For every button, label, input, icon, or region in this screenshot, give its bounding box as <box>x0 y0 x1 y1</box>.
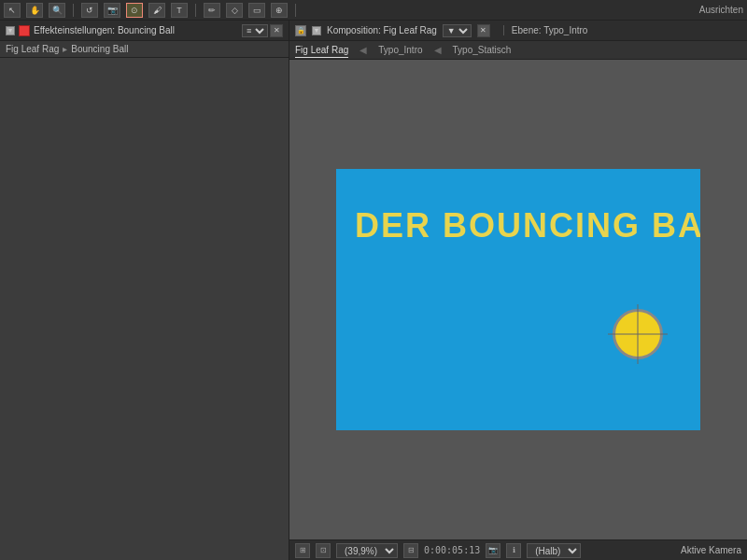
zoom-tool[interactable]: 🔍 <box>49 3 65 18</box>
comp-lock-icon: 🔒 <box>295 25 306 36</box>
sep1 <box>73 4 74 17</box>
effects-panel-title: Effekteinstellungen: Bouncing Ball <box>34 25 175 35</box>
puppet-tool[interactable]: ⊕ <box>271 3 288 18</box>
align-label: Ausrichten <box>699 5 743 15</box>
camera-tool[interactable]: 📷 <box>104 3 120 18</box>
mask-tool[interactable]: ◇ <box>226 3 243 18</box>
tab-fig-leaf-rag[interactable]: Fig Leaf Rag <box>295 43 348 58</box>
tab-typo-statisch[interactable]: Typo_Statisch <box>453 43 512 57</box>
paint-tool[interactable]: 🖌 <box>148 3 165 18</box>
tab-sep1: ◀ <box>359 45 367 55</box>
toolbar-right: Ausrichten <box>699 5 743 15</box>
breadcrumb-child: Bouncing Ball <box>71 44 128 54</box>
zoom-select[interactable]: (39,9%) <box>336 543 398 558</box>
top-toolbar: ↖ ✋ 🔍 ↺ 📷 ⊙ 🖌 T ✏ ◇ ▭ ⊕ Ausrichten <box>0 0 747 21</box>
comp-select[interactable]: ▼ <box>443 24 472 37</box>
comp-panel-title: Komposition: Fig Leaf Rag <box>327 25 437 35</box>
effects-panel: ▼ Effekteinstellungen: Bouncing Ball ≡ ✕… <box>0 21 289 560</box>
tab-typo-intro[interactable]: Typo_Intro <box>378 43 422 57</box>
comp-title-text: DER BOUNCING BAL <box>355 206 700 245</box>
viewer-icon-grid[interactable]: ⊞ <box>295 543 310 558</box>
timecode-display: 0:00:05:13 <box>424 545 480 555</box>
hand-tool[interactable]: ✋ <box>26 3 43 18</box>
effects-content <box>0 58 289 560</box>
bouncing-ball <box>613 309 663 359</box>
panel-close-btn[interactable]: ✕ <box>270 24 283 37</box>
panel-menu-icon[interactable]: ▼ <box>6 26 15 35</box>
composition-panel: 🔒 ▼ Komposition: Fig Leaf Rag ▼ ✕ Ebene:… <box>289 21 747 560</box>
pen-tool[interactable]: ✏ <box>204 3 220 18</box>
layer-panel-title: Ebene: Typo_Intro <box>503 25 588 35</box>
camera-label: Aktive Kamera <box>681 545 741 555</box>
breadcrumb-root: Fig Leaf Rag <box>6 44 59 54</box>
ball-crosshair-v <box>638 304 639 364</box>
brush-tool[interactable]: ⊙ <box>126 3 143 18</box>
text-tool[interactable]: T <box>171 3 188 18</box>
comp-menu-icon[interactable]: ▼ <box>312 26 321 35</box>
comp-canvas: DER BOUNCING BAL <box>336 169 700 430</box>
viewer-icon-region[interactable]: ⊡ <box>316 543 331 558</box>
arrow-tool[interactable]: ↖ <box>4 3 21 18</box>
panel-color-badge <box>19 25 30 36</box>
comp-header: 🔒 ▼ Komposition: Fig Leaf Rag ▼ ✕ Ebene:… <box>289 21 747 41</box>
comp-close-icon[interactable]: ✕ <box>477 24 490 37</box>
sep3 <box>295 4 296 17</box>
viewer-bottom: ⊞ ⊡ (39,9%) ⊟ 0:00:05:13 📷 ℹ (Halb) Akti… <box>289 539 747 560</box>
rotate-tool[interactable]: ↺ <box>81 3 98 18</box>
quality-select[interactable]: (Halb) <box>527 543 581 558</box>
viewer-icon-camera[interactable]: 📷 <box>486 543 500 558</box>
breadcrumb-separator: ▸ <box>63 44 67 54</box>
viewer-tabs: Fig Leaf Rag ◀ Typo_Intro ◀ Typo_Statisc… <box>289 41 747 60</box>
viewer-icon-info[interactable]: ℹ <box>506 543 521 558</box>
tab-sep2: ◀ <box>434 45 442 55</box>
main-layout: ▼ Effekteinstellungen: Bouncing Ball ≡ ✕… <box>0 21 747 560</box>
panel-options-select[interactable]: ≡ <box>242 24 268 37</box>
shape-tool[interactable]: ▭ <box>248 3 265 18</box>
viewer-icon-fit[interactable]: ⊟ <box>403 543 418 558</box>
breadcrumb: Fig Leaf Rag ▸ Bouncing Ball <box>0 41 289 58</box>
sep2 <box>195 4 196 17</box>
viewer-area: DER BOUNCING BAL <box>289 60 747 539</box>
effects-panel-header: ▼ Effekteinstellungen: Bouncing Ball ≡ ✕ <box>0 21 289 41</box>
